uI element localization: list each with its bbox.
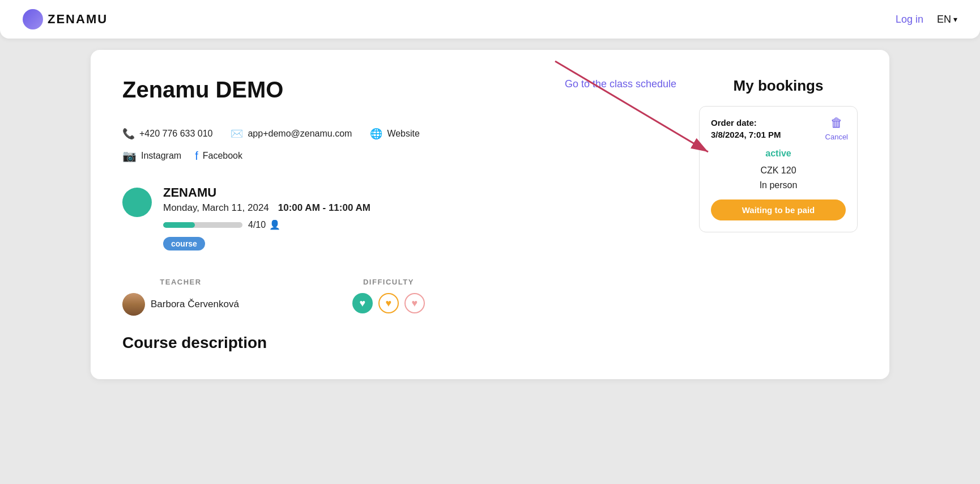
instagram-label: Instagram [141,151,181,161]
globe-icon: 🌐 [370,128,382,140]
difficulty-column: DIFFICULTY ♥ ♥ ♥ [352,278,425,316]
left-section: Zenamu DEMO Go to the class schedule 📞 +… [122,77,676,352]
email-icon: ✉️ [231,128,243,140]
booking-type: In person [711,180,846,190]
bookings-section: My bookings Order date: 3/8/2024, 7:01 P… [699,77,858,352]
course-description-title: Course description [122,334,676,352]
class-name: ZENAMU [163,185,676,200]
progress-bar-background [163,222,242,228]
teacher-difficulty-row: TEACHER Barbora Červenková DIFFICULTY ♥ … [122,278,676,316]
header-row: Zenamu DEMO Go to the class schedule [122,77,676,114]
class-avatar [122,188,152,217]
difficulty-label: DIFFICULTY [363,278,414,286]
logo-text: ZENAMU [48,12,108,27]
email-address: app+demo@zenamu.com [248,129,352,139]
cancel-button[interactable]: 🗑 Cancel [825,116,848,141]
class-day: Monday, March 11, 2024 [163,202,269,214]
facebook-label: Facebook [203,151,242,161]
progress-bar-fill [163,222,195,228]
contact-row: 📞 +420 776 633 010 ✉️ app+demo@zenamu.co… [122,128,676,140]
booking-price: CZK 120 [711,165,846,176]
main-card: Zenamu DEMO Go to the class schedule 📞 +… [91,50,889,379]
facebook-icon: f [195,150,198,163]
teacher-avatar [122,293,145,316]
phone-contact: 📞 +420 776 633 010 [122,128,212,140]
trash-icon: 🗑 [830,116,843,130]
difficulty-heart-2: ♥ [378,293,399,313]
nav-right: Log in EN ▾ [896,14,957,26]
capacity-numbers: 4/10 [248,220,266,230]
class-time-row: Monday, March 11, 2024 10:00 AM - 11:00 … [163,202,676,214]
course-badge: course [163,237,205,251]
chevron-down-icon: ▾ [953,15,957,24]
difficulty-heart-1: ♥ [352,293,373,313]
schedule-link[interactable]: Go to the class schedule [565,77,676,91]
class-time: 10:00 AM - 11:00 AM [278,202,370,214]
website-label: Website [387,129,420,139]
facebook-link[interactable]: f Facebook [195,150,242,163]
logo: ZENAMU [23,9,108,29]
content-layout: Zenamu DEMO Go to the class schedule 📞 +… [122,77,858,352]
progress-row: 4/10 👤 [163,219,676,230]
phone-icon: 📞 [122,128,135,140]
booking-status: active [711,148,846,159]
booking-card: Order date: 3/8/2024, 7:01 PM 🗑 Cancel a… [699,106,858,232]
email-contact: ✉️ app+demo@zenamu.com [231,128,352,140]
person-icon: 👤 [269,219,280,230]
difficulty-hearts: ♥ ♥ ♥ [352,293,425,313]
teacher-column: TEACHER Barbora Červenková [122,278,239,316]
teacher-avatar-image [122,293,145,316]
logo-circle [23,9,43,29]
waiting-to-be-paid-badge[interactable]: Waiting to be paid [711,199,846,220]
difficulty-heart-3: ♥ [404,293,425,313]
teacher-label: TEACHER [160,278,201,286]
cancel-label: Cancel [825,133,848,141]
social-row: 📷 Instagram f Facebook [122,149,676,163]
login-button[interactable]: Log in [896,14,923,26]
studio-name: Zenamu DEMO [122,77,283,103]
capacity-text: 4/10 👤 [248,219,280,230]
class-section: ZENAMU Monday, March 11, 2024 10:00 AM -… [122,185,676,251]
teacher-name: Barbora Červenková [151,299,239,310]
instagram-link[interactable]: 📷 Instagram [122,149,181,163]
language-label: EN [937,14,951,26]
language-selector[interactable]: EN ▾ [937,14,957,26]
phone-number: +420 776 633 010 [139,129,212,139]
bookings-title: My bookings [699,77,858,95]
class-info: ZENAMU Monday, March 11, 2024 10:00 AM -… [163,185,676,251]
teacher-info: Barbora Červenková [122,293,239,316]
instagram-icon: 📷 [122,149,137,163]
website-contact[interactable]: 🌐 Website [370,128,420,140]
top-nav: ZENAMU Log in EN ▾ [0,0,980,39]
